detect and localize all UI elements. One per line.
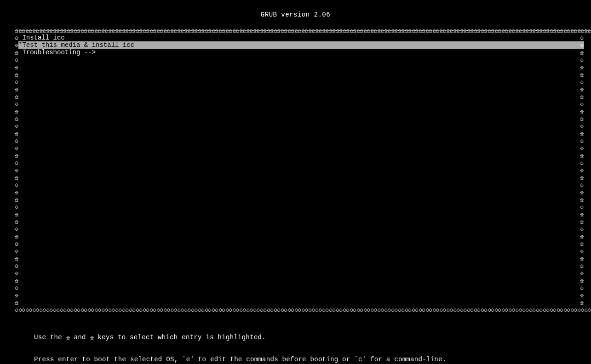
border-right-glyph: ⎒ [580, 122, 584, 130]
border-left-glyph: ⎒ [15, 166, 18, 174]
menu-row: ⎒⎒ [15, 284, 591, 291]
border-right-glyph: ⎒ [580, 277, 584, 284]
border-left-glyph: ⎒ [15, 41, 18, 49]
menu-row: ⎒⎒ [15, 262, 591, 269]
border-right-glyph: ⎒ [580, 166, 584, 174]
border-right-glyph: ⎒ [580, 108, 584, 115]
menu-box[interactable]: ⎒ Install icc⎒⎒*Test this media & instal… [0, 34, 591, 306]
border-left-glyph: ⎒ [15, 299, 18, 306]
border-left-glyph: ⎒ [15, 269, 18, 277]
border-right-glyph: ⎒ [580, 269, 584, 277]
border-right-glyph: ⎒ [580, 181, 584, 188]
border-left-glyph: ⎒ [15, 152, 18, 159]
border-left-glyph: ⎒ [15, 78, 18, 85]
menu-row: ⎒⎒ [15, 225, 591, 233]
menu-row: ⎒⎒ [15, 115, 591, 122]
menu-row: ⎒⎒ [15, 56, 591, 63]
border-left-glyph: ⎒ [15, 291, 18, 299]
menu-row: ⎒⎒ [15, 240, 591, 247]
menu-item[interactable]: Install icc [18, 34, 584, 41]
border-left-glyph: ⎒ [15, 203, 18, 210]
border-right-glyph: ⎒ [580, 49, 584, 56]
menu-item[interactable]: *Test this media & install icc [18, 41, 584, 49]
menu-row: ⎒⎒ [15, 100, 591, 108]
border-left-glyph: ⎒ [15, 130, 18, 137]
border-right-glyph: ⎒ [580, 174, 584, 181]
menu-row: ⎒⎒ [15, 137, 591, 144]
menu-row: ⎒⎒ [15, 203, 591, 210]
menu-row: ⎒*Test this media & install icc⎒ [15, 41, 591, 49]
border-right-glyph: ⎒ [580, 203, 584, 210]
menu-row: ⎒⎒ [15, 291, 591, 299]
border-left-glyph: ⎒ [15, 210, 18, 218]
border-right-glyph: ⎒ [580, 93, 584, 100]
border-left-glyph: ⎒ [15, 34, 18, 41]
menu-row: ⎒⎒ [15, 233, 591, 240]
border-right-glyph: ⎒ [580, 152, 584, 159]
border-left-glyph: ⎒ [15, 262, 18, 269]
border-right-glyph: ⎒ [580, 159, 584, 166]
border-left-glyph: ⎒ [15, 56, 18, 63]
menu-row: ⎒⎒ [15, 166, 591, 174]
menu-item[interactable]: Troubleshooting --> [18, 49, 584, 56]
border-right-glyph: ⎒ [580, 210, 584, 218]
menu-row: ⎒⎒ [15, 159, 591, 166]
menu-row: ⎒⎒ [15, 269, 591, 277]
menu-row: ⎒⎒ [15, 78, 591, 85]
menu-row: ⎒⎒ [15, 174, 591, 181]
menu-row: ⎒⎒ [15, 188, 591, 196]
menu-row: ⎒⎒ [15, 71, 591, 78]
border-right-glyph: ⎒ [580, 233, 584, 240]
border-right-glyph: ⎒ [580, 41, 584, 49]
menu-row: ⎒⎒ [15, 108, 591, 115]
border-bottom: ⎒⎒⎒⎒⎒⎒⎒⎒⎒⎒⎒⎒⎒⎒⎒⎒⎒⎒⎒⎒⎒⎒⎒⎒⎒⎒⎒⎒⎒⎒⎒⎒⎒⎒⎒⎒⎒⎒⎒⎒… [0, 306, 591, 313]
border-left-glyph: ⎒ [15, 144, 18, 152]
border-right-glyph: ⎒ [580, 85, 584, 93]
footer-line-1: Use the ⎒ and ⎒ keys to select which ent… [22, 334, 591, 341]
border-left-glyph: ⎒ [15, 240, 18, 247]
border-right-glyph: ⎒ [580, 100, 584, 108]
border-right-glyph: ⎒ [580, 56, 584, 63]
menu-row: ⎒⎒ [15, 63, 591, 71]
footer-line-2: Press enter to boot the selected OS, `e'… [22, 356, 591, 363]
menu-row: ⎒⎒ [15, 144, 591, 152]
menu-row: ⎒⎒ [15, 247, 591, 255]
border-right-glyph: ⎒ [580, 240, 584, 247]
border-left-glyph: ⎒ [15, 277, 18, 284]
border-left-glyph: ⎒ [15, 71, 18, 78]
border-left-glyph: ⎒ [15, 181, 18, 188]
border-right-glyph: ⎒ [580, 115, 584, 122]
menu-row: ⎒⎒ [15, 122, 591, 130]
border-right-glyph: ⎒ [580, 218, 584, 225]
border-left-glyph: ⎒ [15, 255, 18, 262]
border-right-glyph: ⎒ [580, 144, 584, 152]
border-right-glyph: ⎒ [580, 78, 584, 85]
border-left-glyph: ⎒ [15, 225, 18, 233]
border-top: ⎒⎒⎒⎒⎒⎒⎒⎒⎒⎒⎒⎒⎒⎒⎒⎒⎒⎒⎒⎒⎒⎒⎒⎒⎒⎒⎒⎒⎒⎒⎒⎒⎒⎒⎒⎒⎒⎒⎒⎒… [0, 27, 591, 34]
border-left-glyph: ⎒ [15, 233, 18, 240]
menu-row: ⎒⎒ [15, 130, 591, 137]
border-left-glyph: ⎒ [15, 218, 18, 225]
border-right-glyph: ⎒ [580, 262, 584, 269]
menu-row: ⎒⎒ [15, 218, 591, 225]
border-left-glyph: ⎒ [15, 100, 18, 108]
border-right-glyph: ⎒ [580, 130, 584, 137]
border-left-glyph: ⎒ [15, 196, 18, 203]
menu-row: ⎒ Install icc⎒ [15, 34, 591, 41]
border-right-glyph: ⎒ [580, 291, 584, 299]
border-left-glyph: ⎒ [15, 247, 18, 255]
menu-row: ⎒⎒ [15, 181, 591, 188]
border-left-glyph: ⎒ [15, 122, 18, 130]
footer: Use the ⎒ and ⎒ keys to select which ent… [0, 313, 591, 364]
border-right-glyph: ⎒ [580, 299, 584, 306]
border-right-glyph: ⎒ [580, 255, 584, 262]
menu-row: ⎒⎒ [15, 196, 591, 203]
border-right-glyph: ⎒ [580, 247, 584, 255]
border-left-glyph: ⎒ [15, 63, 18, 71]
border-right-glyph: ⎒ [580, 188, 584, 196]
border-left-glyph: ⎒ [15, 85, 18, 93]
border-right-glyph: ⎒ [580, 71, 584, 78]
menu-row: ⎒ Troubleshooting -->⎒ [15, 49, 591, 56]
border-left-glyph: ⎒ [15, 174, 18, 181]
border-left-glyph: ⎒ [15, 115, 18, 122]
